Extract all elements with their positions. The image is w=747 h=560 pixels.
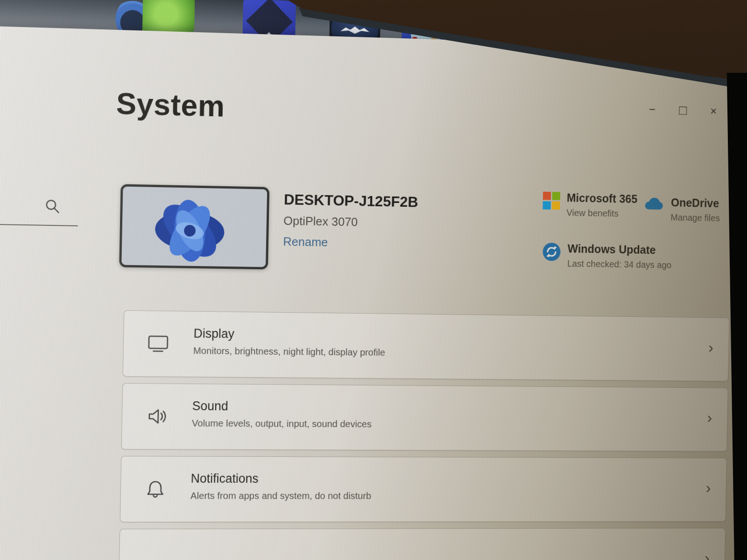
row-subtitle: Volume levels, output, input, sound devi… bbox=[192, 418, 372, 430]
windows-update-link[interactable]: Windows Update Last checked: 34 days ago bbox=[542, 242, 672, 271]
settings-row-partial[interactable]: › bbox=[119, 528, 726, 560]
window-caption-controls: − □ × bbox=[649, 104, 717, 117]
device-info: DESKTOP-J125F2B OptiPlex 3070 Rename bbox=[283, 191, 418, 251]
quick-link-subtitle[interactable]: Manage files bbox=[670, 212, 720, 224]
chevron-right-icon: › bbox=[705, 550, 710, 560]
device-model: OptiPlex 3070 bbox=[283, 214, 418, 231]
settings-window: − □ × System bbox=[0, 26, 747, 560]
chevron-right-icon: › bbox=[707, 410, 712, 425]
onedrive-cloud-icon bbox=[643, 196, 665, 212]
sound-icon bbox=[145, 405, 168, 427]
row-title: Notifications bbox=[190, 471, 372, 486]
search-icon bbox=[44, 197, 62, 216]
row-title: Sound bbox=[192, 399, 372, 414]
quick-link-subtitle[interactable]: View benefits bbox=[566, 208, 637, 219]
quick-link-title: OneDrive bbox=[671, 196, 720, 210]
notifications-icon bbox=[144, 478, 167, 500]
settings-list: Display Monitors, brightness, night ligh… bbox=[118, 310, 729, 560]
minimize-button[interactable]: − bbox=[649, 104, 656, 116]
device-thumbnail bbox=[119, 184, 269, 269]
settings-row-sound[interactable]: Sound Volume levels, output, input, soun… bbox=[121, 383, 728, 452]
microsoft-365-link[interactable]: Microsoft 365 View benefits bbox=[543, 191, 638, 219]
page-title: System bbox=[116, 86, 225, 124]
windows-bloom-wallpaper-image bbox=[121, 187, 267, 267]
rename-link[interactable]: Rename bbox=[283, 235, 417, 251]
quick-links: Microsoft 365 View benefits OneDrive Man… bbox=[541, 191, 744, 312]
onedrive-link[interactable]: OneDrive Manage files bbox=[642, 196, 720, 224]
windows-update-icon bbox=[542, 242, 561, 262]
search-input[interactable] bbox=[0, 224, 78, 226]
monitor-screen: S − □ × System bbox=[0, 0, 747, 560]
quick-link-subtitle: Last checked: 34 days ago bbox=[567, 259, 672, 271]
quick-link-title: Microsoft 365 bbox=[567, 191, 638, 206]
row-subtitle: Alerts from apps and system, do not dist… bbox=[190, 490, 372, 501]
close-button[interactable]: × bbox=[710, 105, 717, 117]
photo-frame: S − □ × System bbox=[0, 0, 747, 560]
settings-row-notifications[interactable]: Notifications Alerts from apps and syste… bbox=[120, 456, 727, 522]
row-subtitle: Monitors, brightness, night light, displ… bbox=[193, 345, 386, 358]
maximize-button[interactable]: □ bbox=[679, 104, 687, 116]
quick-link-title: Windows Update bbox=[567, 242, 672, 257]
row-title: Display bbox=[193, 327, 386, 343]
chevron-right-icon: › bbox=[706, 480, 711, 495]
settings-row-display[interactable]: Display Monitors, brightness, night ligh… bbox=[123, 310, 730, 382]
device-name: DESKTOP-J125F2B bbox=[284, 191, 418, 210]
microsoft-365-icon bbox=[543, 192, 561, 210]
display-icon bbox=[147, 332, 169, 355]
chevron-right-icon: › bbox=[708, 339, 713, 355]
